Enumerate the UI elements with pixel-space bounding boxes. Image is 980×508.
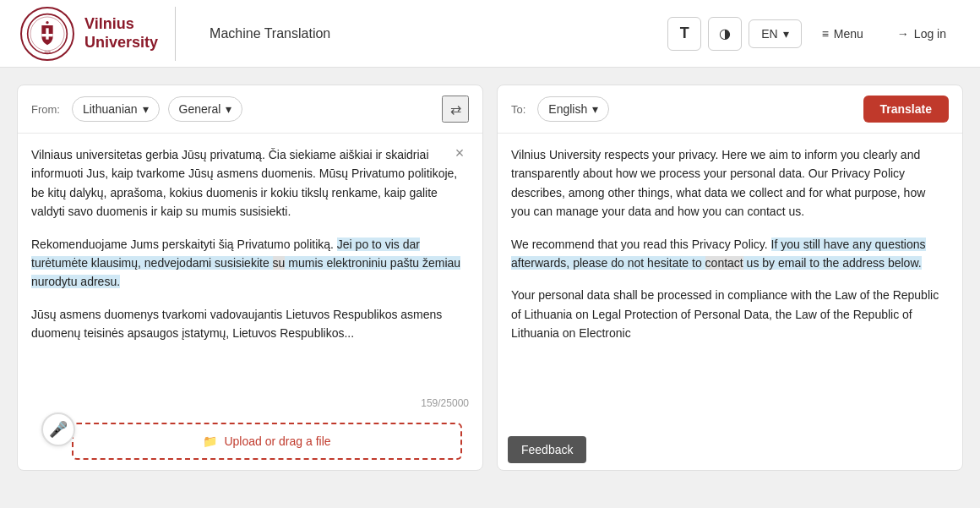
character-count: 159/25000 [18, 394, 482, 416]
translated-text: Vilnius University respects your privacy… [511, 145, 949, 382]
source-panel-header: From: Lithuanian ▾ General ▾ ⇄ [18, 85, 482, 134]
target-panel-header: To: English ▾ Translate [498, 85, 962, 134]
to-label: To: [511, 103, 525, 116]
source-language-select[interactable]: Lithuanian ▾ [72, 96, 160, 122]
upload-icon: 📁 [203, 434, 217, 448]
domain-select[interactable]: General ▾ [168, 96, 243, 122]
main-content: From: Lithuanian ▾ General ▾ ⇄ × Vilniau… [0, 68, 980, 488]
swap-icon: ⇄ [450, 101, 461, 117]
swap-languages-button[interactable]: ⇄ [442, 96, 469, 123]
chevron-down-icon: ▾ [783, 27, 789, 41]
microphone-icon: 🎤 [49, 420, 68, 439]
university-logo: 1579 [20, 7, 74, 61]
login-arrow-icon: → [897, 27, 909, 41]
text-size-icon: T [680, 25, 689, 42]
svg-rect-3 [41, 34, 52, 36]
feedback-button[interactable]: Feedback [508, 436, 586, 463]
contrast-icon: ◑ [719, 25, 731, 41]
svg-text:1579: 1579 [44, 50, 51, 53]
close-icon: × [455, 145, 465, 162]
clear-text-button[interactable]: × [450, 144, 469, 162]
source-text-area[interactable]: × Vilniaus universitetas gerbia Jūsų pri… [18, 134, 482, 394]
svg-point-4 [46, 21, 48, 24]
translate-button[interactable]: Translate [863, 96, 949, 123]
microphone-button[interactable]: 🎤 [41, 412, 75, 446]
chevron-down-icon: ▾ [592, 102, 598, 116]
target-language-select[interactable]: English ▾ [537, 96, 609, 122]
target-panel: To: English ▾ Translate Vilnius Universi… [497, 85, 963, 471]
target-panel-footer: Feedback [498, 429, 962, 470]
contrast-button[interactable]: ◑ [708, 17, 742, 51]
target-text-area: Vilnius University respects your privacy… [498, 134, 962, 429]
language-selector-button[interactable]: EN ▾ [749, 19, 801, 48]
chevron-down-icon: ▾ [143, 102, 149, 116]
header: 1579 Vilnius University Machine Translat… [0, 0, 980, 68]
source-text: Vilniaus universitetas gerbia Jūsų priva… [31, 145, 469, 382]
app-title: Machine Translation [210, 26, 330, 41]
menu-lines-icon: ≡ [822, 27, 829, 41]
menu-button[interactable]: ≡ Menu [808, 20, 877, 47]
header-controls: T ◑ EN ▾ ≡ Menu → Log in [667, 17, 960, 51]
university-name: Vilnius University [84, 15, 158, 52]
upload-area[interactable]: 📁 Upload or drag a file [72, 423, 462, 460]
current-language: EN [761, 27, 777, 41]
from-label: From: [31, 103, 60, 116]
logo-area: 1579 Vilnius University [20, 7, 176, 61]
source-panel-bottom: 🎤 📁 Upload or drag a file [18, 416, 482, 470]
login-button[interactable]: → Log in [884, 20, 960, 47]
text-size-button[interactable]: T [667, 17, 701, 51]
chevron-down-icon: ▾ [226, 102, 231, 116]
source-panel: From: Lithuanian ▾ General ▾ ⇄ × Vilniau… [17, 85, 483, 471]
